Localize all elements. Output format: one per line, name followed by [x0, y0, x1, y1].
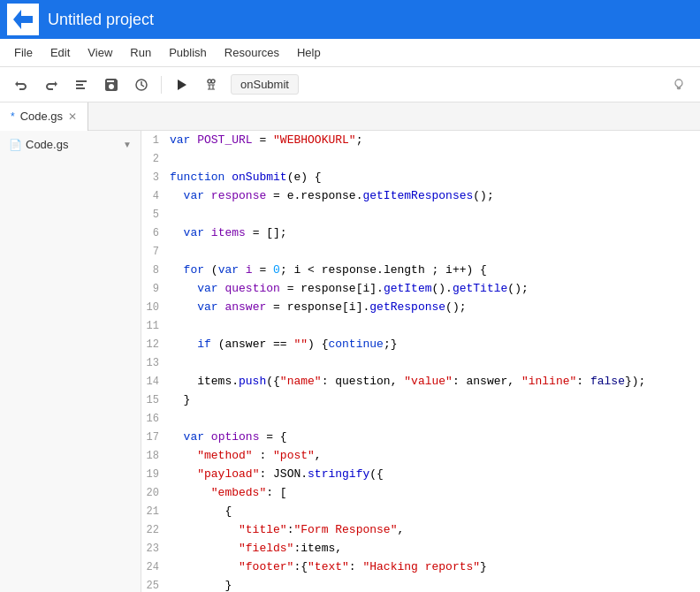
svg-rect-1 [76, 80, 87, 82]
code-line-18: 18 "method" : "post", [141, 446, 700, 465]
run-button[interactable] [167, 71, 195, 99]
code-line-25: 25 } [141, 576, 700, 592]
sidebar-file-name: Code.gs [26, 138, 68, 151]
code-line-1: 1 var POST_URL = "WEBHOOKURL"; [141, 131, 700, 149]
svg-marker-5 [178, 80, 186, 90]
code-line-16: 16 [141, 409, 700, 428]
tab-label: Code.gs [20, 110, 63, 123]
code-line-7: 7 [141, 242, 700, 261]
svg-rect-3 [76, 87, 85, 89]
tab-code-gs[interactable]: * Code.gs ✕ [0, 102, 88, 131]
tabs-bar: * Code.gs ✕ [0, 102, 700, 131]
svg-marker-0 [13, 10, 33, 29]
menu-bar: File Edit View Run Publish Resources Hel… [0, 39, 700, 67]
code-line-15: 15 } [141, 391, 700, 409]
main-area: * Code.gs ✕ 📄 Code.gs ▼ 1 var POST_URL =… [0, 102, 700, 592]
code-line-22: 22 "title":"Form Response", [141, 520, 700, 539]
menu-file[interactable]: File [7, 42, 40, 63]
project-title: Untitled project [48, 11, 154, 29]
code-line-11: 11 [141, 316, 700, 335]
code-line-4: 4 var response = e.response.getItemRespo… [141, 186, 700, 205]
logo-icon [7, 4, 39, 35]
code-line-13: 13 [141, 353, 700, 372]
top-bar: Untitled project [0, 0, 700, 39]
code-line-14: 14 items.push({"name": question, "value"… [141, 372, 700, 391]
code-line-19: 19 "payload": JSON.stringify({ [141, 465, 700, 483]
code-line-6: 6 var items = []; [141, 224, 700, 242]
code-line-21: 21 { [141, 502, 700, 520]
undo-button[interactable] [7, 71, 35, 99]
code-line-9: 9 var question = response[i].getItem().g… [141, 279, 700, 298]
svg-rect-2 [76, 84, 83, 86]
menu-edit[interactable]: Edit [43, 42, 77, 63]
menu-help[interactable]: Help [290, 42, 328, 63]
code-line-24: 24 "footer":{"text": "Hacking reports"} [141, 558, 700, 576]
redo-button[interactable] [37, 71, 65, 99]
format-button[interactable] [67, 71, 95, 99]
code-line-17: 17 var options = { [141, 428, 700, 446]
sidebar-dropdown-icon[interactable]: ▼ [123, 140, 132, 149]
svg-rect-8 [678, 87, 681, 89]
function-selector[interactable]: onSubmit [231, 74, 299, 95]
code-line-8: 8 for (var i = 0; i < response.length ; … [141, 261, 700, 279]
code-lines: 1 var POST_URL = "WEBHOOKURL"; 2 3 funct… [141, 131, 700, 592]
file-icon: 📄 [9, 139, 22, 151]
code-editor[interactable]: 1 var POST_URL = "WEBHOOKURL"; 2 3 funct… [141, 131, 700, 592]
lightbulb-button[interactable] [665, 71, 693, 99]
code-line-5: 5 [141, 205, 700, 224]
sidebar: 📄 Code.gs ▼ [0, 131, 141, 592]
editor-layout: 📄 Code.gs ▼ 1 var POST_URL = "WEBHOOKURL… [0, 131, 700, 592]
code-line-10: 10 var answer = response[i].getResponse(… [141, 298, 700, 316]
toolbar-separator-1 [161, 76, 162, 94]
history-button[interactable] [127, 71, 156, 99]
code-line-23: 23 "fields":items, [141, 539, 700, 558]
code-line-20: 20 "embeds": [ [141, 483, 700, 502]
menu-run[interactable]: Run [123, 42, 158, 63]
toolbar: onSubmit [0, 67, 700, 102]
svg-point-7 [211, 80, 215, 83]
menu-publish[interactable]: Publish [162, 42, 214, 63]
code-line-12: 12 if (answer == "") {continue;} [141, 335, 700, 353]
menu-resources[interactable]: Resources [217, 42, 286, 63]
sidebar-file-item[interactable]: 📄 Code.gs ▼ [4, 134, 137, 155]
menu-view[interactable]: View [80, 42, 119, 63]
code-line-3: 3 function onSubmit(e) { [141, 168, 700, 186]
debug-button[interactable] [197, 71, 225, 99]
tab-modified-indicator: * [11, 110, 15, 123]
save-button[interactable] [97, 71, 126, 99]
tab-close-button[interactable]: ✕ [68, 110, 77, 123]
code-line-2: 2 [141, 149, 700, 168]
